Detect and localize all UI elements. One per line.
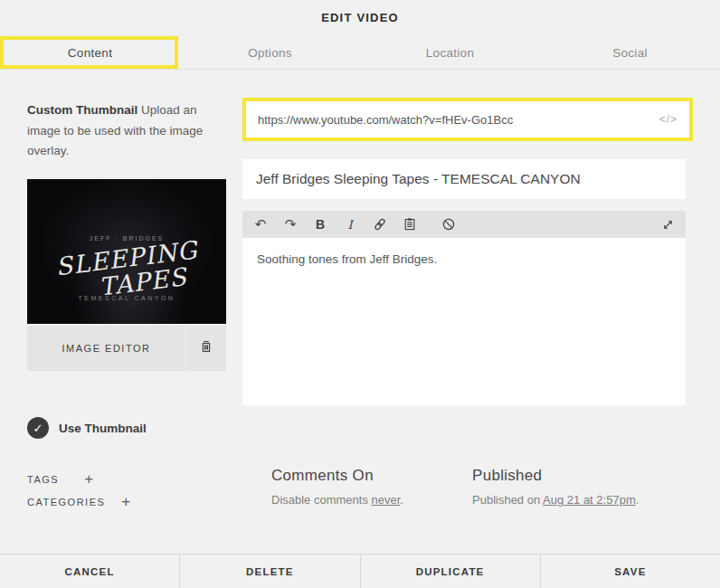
categories-row: CATEGORIES + <box>27 494 130 509</box>
tab-content[interactable]: Content <box>0 36 180 69</box>
video-url-field-highlighted: </> <box>242 98 693 141</box>
bold-icon[interactable]: B <box>313 217 327 232</box>
comments-subtext: Disable comments never. <box>271 493 403 507</box>
tab-social[interactable]: Social <box>540 36 720 69</box>
comments-heading: Comments On <box>271 467 403 485</box>
published-heading: Published <box>472 467 639 485</box>
undo-icon[interactable]: ↶ <box>253 217 268 232</box>
expand-icon[interactable] <box>660 217 675 232</box>
save-button[interactable]: SAVE <box>540 555 720 588</box>
italic-icon[interactable]: I <box>343 217 357 232</box>
footer-action-bar: CANCEL DELETE DUPLICATE SAVE <box>0 554 720 588</box>
tags-row: TAGS + <box>27 471 93 487</box>
text-editor-toolbar: ↶ ↷ B I <box>242 211 686 238</box>
use-thumbnail-label: Use Thumbnail <box>59 422 147 435</box>
link-icon[interactable] <box>373 217 387 232</box>
custom-thumbnail-description: Custom Thumbnail Upload an image to be u… <box>27 100 224 162</box>
categories-label: CATEGORIES <box>27 497 105 507</box>
published-date-link[interactable]: Aug 21 at 2:57pm <box>543 493 636 507</box>
duplicate-button[interactable]: DUPLICATE <box>360 555 540 588</box>
trash-icon <box>199 339 213 357</box>
published-subtext: Published on Aug 21 at 2:57pm. <box>472 493 639 507</box>
tab-location[interactable]: Location <box>360 36 540 69</box>
thumbnail-actions-row: IMAGE EDITOR <box>27 326 226 371</box>
edit-video-dialog: EDIT VIDEO Content Options Location Soci… <box>0 0 720 588</box>
page-title: EDIT VIDEO <box>0 11 720 24</box>
artwork-subtitle: TEMESCAL CANYON <box>27 295 226 301</box>
embed-code-icon[interactable]: </> <box>659 113 677 126</box>
custom-thumbnail-label: Custom Thumbnail <box>27 103 137 117</box>
description-text: Soothing tones from Jeff Bridges. <box>257 252 437 266</box>
paste-icon[interactable] <box>403 217 417 232</box>
thumbnail-preview[interactable]: JEFF · BRIDGES SLEEPING TAPES TEMESCAL C… <box>27 179 226 324</box>
video-title-field <box>242 159 686 199</box>
comments-section: Comments On Disable comments never. <box>271 467 403 507</box>
video-url-input[interactable] <box>258 113 659 127</box>
description-editor[interactable]: Soothing tones from Jeff Bridges. <box>242 238 686 405</box>
image-editor-button[interactable]: IMAGE EDITOR <box>27 326 185 371</box>
cancel-button[interactable]: CANCEL <box>0 555 179 588</box>
tab-bar: Content Options Location Social <box>0 36 720 69</box>
tab-options[interactable]: Options <box>180 36 360 69</box>
tags-label: TAGS <box>27 474 59 485</box>
add-category-button[interactable]: + <box>121 494 130 509</box>
disable-comments-never-link[interactable]: never <box>372 493 401 507</box>
redo-icon[interactable]: ↷ <box>283 217 298 232</box>
video-title-input[interactable] <box>242 159 686 199</box>
checkmark-icon: ✓ <box>33 422 43 435</box>
published-section: Published Published on Aug 21 at 2:57pm. <box>472 467 639 507</box>
use-thumbnail-row: ✓ Use Thumbnail <box>27 417 147 439</box>
add-tag-button[interactable]: + <box>84 471 93 487</box>
delete-button[interactable]: DELETE <box>179 555 359 588</box>
tabs-divider <box>0 69 720 70</box>
delete-thumbnail-button[interactable] <box>186 326 226 371</box>
clear-format-icon[interactable] <box>441 217 456 232</box>
use-thumbnail-checkbox[interactable]: ✓ <box>27 417 49 439</box>
